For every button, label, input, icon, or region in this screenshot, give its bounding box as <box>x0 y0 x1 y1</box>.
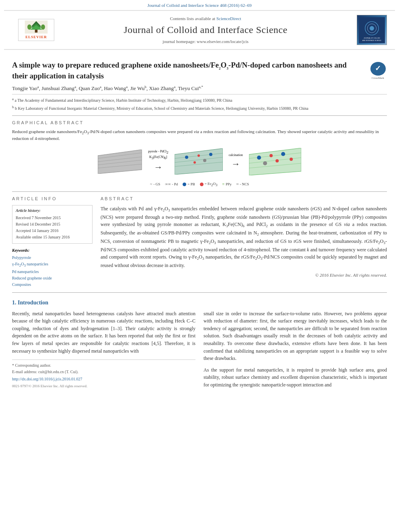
svg-point-6 <box>41 25 45 30</box>
keywords-section: Keywords: Polypyrrole γ-Fe2O3 nanopartic… <box>12 248 93 288</box>
crossmark-badge[interactable]: ✓ CrossMark <box>369 62 387 80</box>
arrow1: → <box>154 161 162 174</box>
affiliation-a: a a The Academy of Fundamental and Inter… <box>12 97 387 103</box>
intro-left-col: Recently, metal nanoparticles based hete… <box>12 310 195 389</box>
history-title: Article history: <box>16 208 89 214</box>
intro-right-text-2: As the support for metal nanoparticles, … <box>204 366 387 389</box>
top-bar: Journal of Colloid and Interface Science… <box>0 0 399 10</box>
legend-fe2o3: = Fe2O3 <box>200 181 218 187</box>
elsevier-logo-area: ELSEVIER <box>12 19 60 41</box>
crossmark-icon: ✓ <box>370 62 386 75</box>
journal-homepage: journal homepage: www.elsevier.com/locat… <box>60 39 351 45</box>
svg-point-22 <box>185 156 188 159</box>
divider-3 <box>12 292 387 293</box>
svg-point-32 <box>269 154 273 157</box>
revised-date: Revised 14 December 2015 <box>16 222 89 227</box>
svg-point-33 <box>281 152 285 156</box>
svg-point-10 <box>370 26 374 31</box>
article-history-box: Article history: Received 7 November 201… <box>12 205 93 244</box>
step1: pyrrole - PdCl2 K3[Fe(CN)6] → <box>148 149 168 174</box>
legend-gs: ≈ - GS <box>150 181 160 187</box>
article-info-header: ARTICLE INFO <box>12 196 93 202</box>
journal-ref: Journal of Colloid and Interface Science… <box>147 3 251 8</box>
journal-cover-image: JOURNAL OF COLLOID AND INTERFACE SCIENCE <box>357 15 387 45</box>
legend-pb: = PB <box>183 181 195 187</box>
legend-pd: ∞∞ - Pd <box>165 181 178 187</box>
abstract-header: ABSTRACT <box>101 196 387 202</box>
article-info-abstract-section: ARTICLE INFO Article history: Received 7… <box>12 196 387 288</box>
svg-point-25 <box>193 161 196 164</box>
intro-right-col: small size in order to increase the surf… <box>204 310 387 389</box>
cover-svg: JOURNAL OF COLLOID AND INTERFACE SCIENCE <box>359 16 385 44</box>
elsevier-label: ELSEVIER <box>25 35 47 40</box>
intro-header: 1. Introduction <box>12 299 387 307</box>
diagram-middle <box>175 148 223 175</box>
abstract-text: The catalysts with Pd and γ-Fe2O3 nanopa… <box>101 205 387 269</box>
svg-point-23 <box>197 154 200 157</box>
footnotes: * Corresponding author. E-mail address: … <box>12 359 195 375</box>
article-title: A simple way to prepare reduced graphene… <box>12 60 363 81</box>
svg-text:AND INTERFACE SCIENCE: AND INTERFACE SCIENCE <box>362 40 382 41</box>
keyword-2[interactable]: γ-Fe2O3 nanoparticles <box>12 261 93 268</box>
contents-line: Contents lists available at ScienceDirec… <box>60 16 351 22</box>
svg-point-24 <box>209 153 212 156</box>
abstract-column: ABSTRACT The catalysts with Pd and γ-Fe2… <box>101 196 387 288</box>
svg-marker-18 <box>175 148 223 175</box>
intro-two-col: Recently, metal nanoparticles based hete… <box>12 310 387 389</box>
svg-point-26 <box>203 159 206 162</box>
journal-header-center: Contents lists available at ScienceDirec… <box>60 16 351 45</box>
legend-ppy: ≡ PPy <box>222 181 232 187</box>
svg-point-31 <box>257 156 261 160</box>
accepted-date: Accepted 14 January 2016 <box>16 228 89 234</box>
svg-point-5 <box>27 25 31 30</box>
article-info-column: ARTICLE INFO Article history: Received 7… <box>12 196 93 288</box>
graphical-abstract-header: GRAPHICAL ABSTRACT <box>12 120 387 126</box>
svg-point-34 <box>290 158 293 161</box>
elsevier-tree-icon <box>22 21 50 33</box>
nanosheet-right-svg <box>249 148 301 175</box>
issn-line: 0021-9797/© 2016 Elsevier Inc. All right… <box>12 384 195 389</box>
diagram-left <box>98 150 142 174</box>
svg-marker-27 <box>249 148 301 175</box>
available-date: Available online 15 January 2016 <box>16 234 89 240</box>
received-date: Received 7 November 2015 <box>16 215 89 221</box>
graphical-abstract-section: GRAPHICAL ABSTRACT Reduced graphene oxid… <box>12 120 387 187</box>
step1-reagent1: pyrrole - PdCl2 <box>148 149 168 155</box>
corresponding-note: * Corresponding author. <box>12 362 195 369</box>
keyword-3[interactable]: Pd nanoparticles <box>12 269 93 275</box>
nanosheet-left-svg <box>98 150 142 174</box>
journal-title: Journal of Colloid and Interface Science <box>60 23 351 37</box>
doi-link[interactable]: http://dx.doi.org/10.1016/j.jcis.2016.01… <box>12 376 195 382</box>
keyword-5[interactable]: Composites <box>12 282 93 288</box>
email-note: E-mail address: cuit@hit.edu.cn (T. Cui)… <box>12 369 195 375</box>
authors-line: Tongjie Yaoa, Junshuai Zhanga, Quan Zuoa… <box>12 84 387 92</box>
svg-text:JOURNAL OF COLLOID: JOURNAL OF COLLOID <box>364 37 380 39</box>
affiliation-b: b b Key Laboratory of Functional Inorgan… <box>12 105 387 111</box>
step1-reagent2: K3[Fe(CN)6] <box>149 155 167 160</box>
copyright-line: © 2016 Elsevier Inc. All rights reserved… <box>101 272 387 278</box>
keyword-4[interactable]: Reduced graphene oxide <box>12 275 93 281</box>
graphical-abstract-text: Reduced graphene oxide nanosheets/Fe2O3-… <box>12 129 387 142</box>
legend-ncs: ≈ - NCS <box>237 181 249 187</box>
step2: calcination → <box>229 153 243 170</box>
affiliations: a a The Academy of Fundamental and Inter… <box>12 94 387 111</box>
intro-left-text: Recently, metal nanoparticles based hete… <box>12 310 195 355</box>
page-wrapper: Journal of Colloid and Interface Science… <box>0 0 399 532</box>
sciencedirect-link[interactable]: ScienceDirect <box>216 16 241 21</box>
keyword-1[interactable]: Polypyrrole <box>12 255 93 261</box>
keywords-title: Keywords: <box>12 248 93 253</box>
journal-cover-area: JOURNAL OF COLLOID AND INTERFACE SCIENCE <box>351 15 387 45</box>
calcination-label: calcination <box>229 153 243 157</box>
article-title-section: A simple way to prepare reduced graphene… <box>12 60 387 81</box>
arrow2: → <box>231 158 240 170</box>
introduction-section: 1. Introduction Recently, metal nanopart… <box>12 299 387 389</box>
elsevier-logo: ELSEVIER <box>18 19 54 41</box>
nanosheet-middle-svg <box>175 148 223 175</box>
graphical-abstract-diagram: pyrrole - PdCl2 K3[Fe(CN)6] → <box>12 146 387 177</box>
divider-1 <box>12 115 387 116</box>
main-content: A simple way to prepare reduced graphene… <box>0 50 399 393</box>
svg-point-36 <box>276 159 279 162</box>
crossmark-label: CrossMark <box>372 76 384 80</box>
intro-right-text: small size in order to increase the surf… <box>204 310 387 362</box>
journal-header: ELSEVIER Contents lists available at Sci… <box>4 10 395 50</box>
